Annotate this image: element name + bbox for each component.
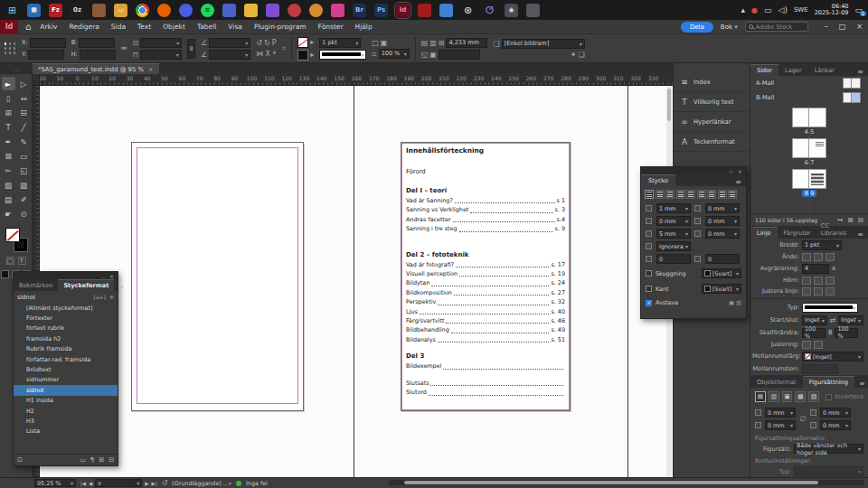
style-item[interactable]: Brödtext (14, 364, 118, 374)
fill-stroke-proxy[interactable] (5, 228, 27, 251)
rotate-cw-icon[interactable]: ↻ (264, 39, 270, 47)
wrap-jump-button[interactable]: ▦ (795, 391, 806, 402)
new-style-icon[interactable]: ⊞ (99, 456, 104, 464)
content-placer-tool[interactable]: ⊟ (17, 106, 31, 119)
auto-fit-icon[interactable]: ▣ (429, 51, 437, 59)
align-right-button[interactable] (665, 190, 675, 199)
tray-clock[interactable]: 06:40 2025-12-09 (815, 4, 849, 16)
minimize-button[interactable]: – (825, 23, 828, 31)
page-number-field[interactable]: 8 (95, 479, 142, 487)
tab-paragraph[interactable]: Stycke (641, 174, 675, 186)
taskbar-app-spotify[interactable]: ≋ (201, 4, 214, 17)
scale-start-field[interactable]: 100 % (802, 328, 826, 338)
spread-thumbnail-4-5[interactable] (792, 108, 826, 127)
scale-end-field[interactable]: 100 % (835, 328, 858, 338)
dropcap-chars-field[interactable]: 0 (705, 254, 740, 264)
master-b-row[interactable]: B-Mall (750, 90, 868, 105)
align-left-button[interactable] (645, 190, 654, 199)
style-item[interactable]: H1 insida (14, 396, 118, 406)
taskbar-app-acrobat[interactable] (418, 4, 431, 17)
space-after-field[interactable]: 0 mm (705, 229, 740, 239)
stock-search-input[interactable]: Adobe Stock (745, 22, 808, 32)
rotation-field[interactable] (209, 38, 250, 48)
style-item[interactable]: Rubrik framsida (14, 344, 118, 354)
styles-close-icon[interactable]: × (109, 273, 114, 279)
spread-thumbnail-6-7[interactable] (792, 138, 826, 158)
justify-left-button[interactable] (676, 190, 685, 199)
stroke-panel-menu-icon[interactable]: ≡ (853, 230, 868, 239)
wrap-offset-field[interactable]: 4,233 mm (446, 38, 487, 48)
preflight-profile-dropdown[interactable]: [Grundläggande] ... (172, 480, 231, 487)
wrap-none-icon[interactable]: ▤ (421, 39, 429, 47)
taskbar-app-windows-start[interactable]: ⊞ (5, 4, 19, 17)
home-icon[interactable]: ⌂ (25, 22, 31, 32)
gradient-tool[interactable]: ▧ (2, 178, 15, 192)
taskbar-app-app-yellow[interactable] (244, 4, 258, 17)
direct-selection-tool[interactable]: ▷ (17, 77, 31, 90)
panel-collapse-icon[interactable]: ‹‹ (729, 168, 733, 174)
dock-button-character-styles[interactable]: ATeckenformat (674, 132, 750, 152)
taskbar-app-photoshop[interactable]: Ps (374, 4, 388, 17)
join-miter-button[interactable] (802, 277, 811, 285)
stroke-color-swatch[interactable] (297, 37, 308, 48)
stroke-style-dropdown[interactable] (319, 50, 366, 60)
tab-links[interactable]: Länkar (808, 65, 841, 76)
rectangle-tool[interactable]: ▭ (17, 149, 31, 163)
swap-startend-icon[interactable]: ⇄ (830, 316, 836, 324)
menu-hjälp[interactable]: Hjälp (355, 23, 373, 31)
formatting-text-toggle[interactable]: T (18, 257, 26, 265)
fill-color-swatch[interactable] (297, 50, 308, 61)
taskbar-app-onedrive[interactable] (439, 4, 453, 17)
offset-bottom-field[interactable]: 0 mm (765, 420, 796, 430)
style-item[interactable]: H3 (14, 416, 118, 426)
stroke-type-dropdown[interactable] (802, 303, 858, 313)
border-swatch-dropdown[interactable]: [Svart] (702, 284, 741, 294)
tray-status-icon[interactable]: ● (751, 6, 758, 14)
x-field[interactable] (30, 38, 66, 48)
menu-objekt[interactable]: Objekt (163, 23, 185, 31)
tab-paragraph-styles[interactable]: Styckeformat (58, 279, 114, 291)
effects-icon[interactable]: ✦ (571, 51, 577, 59)
style-override-icon[interactable]: [a+] (94, 294, 106, 300)
justify-all-button[interactable] (707, 190, 716, 199)
fill-proxy-swatch[interactable] (5, 228, 20, 242)
notification-icon[interactable]: ▭1 (854, 5, 863, 14)
away-spine-button[interactable] (728, 190, 737, 199)
delete-spread-icon[interactable]: ⊟ (858, 216, 863, 224)
zoom-level-dropdown[interactable]: 95,25 % (34, 479, 76, 487)
tab-close-icon[interactable]: × (148, 66, 154, 73)
style-item[interactable]: framsida h2 (14, 333, 118, 343)
panel-extra-icons[interactable]: ▣ ▥ (729, 299, 741, 306)
y-field[interactable] (28, 50, 64, 60)
menu-tabell[interactable]: Tabell (197, 23, 216, 31)
restore-button[interactable]: □ (839, 23, 846, 31)
fill-flyout[interactable]: ▸ (310, 51, 314, 59)
align-outside-button[interactable] (826, 287, 835, 296)
tab-layers[interactable]: Lager (778, 65, 808, 76)
style-item[interactable]: sidnot (14, 385, 118, 395)
dropcap-lines-field[interactable]: 0 (656, 254, 691, 264)
object-style-dropdown[interactable]: [Enkel bildram] (502, 39, 585, 49)
adjust-dashes-button[interactable] (814, 341, 823, 349)
reference-point-proxy[interactable] (4, 42, 16, 55)
delete-style-icon[interactable]: ⊟ (108, 456, 114, 464)
prev-page-button[interactable]: ◀ (89, 481, 92, 486)
indent-left-field[interactable]: 1 mm (656, 203, 691, 213)
gradient-feather-tool[interactable]: ▨ (17, 178, 31, 192)
stroke-flyout[interactable]: ▸ (310, 38, 314, 46)
pencil-tool[interactable]: ✎ (17, 135, 31, 148)
dock-button-hyperlinks[interactable]: ∞Hyperlänkar (674, 112, 750, 132)
offset-link-icon[interactable]: ∅ (797, 415, 808, 423)
start-dropdown[interactable]: Inget (802, 315, 827, 325)
first-page-button[interactable]: |◀ (80, 481, 86, 486)
constrain-proportions-icon[interactable]: ⚮ (121, 44, 127, 52)
stroke-width-dropdown[interactable]: 1 pkt (802, 240, 842, 250)
height-field[interactable] (80, 50, 116, 60)
border-checkbox[interactable] (646, 286, 652, 292)
taskbar-app-app-0z[interactable]: 0z (71, 4, 84, 17)
tab-text-wrap[interactable]: Figursättning (803, 376, 854, 388)
taskbar-app-calculator[interactable]: ▦ (27, 4, 41, 17)
menu-fönster[interactable]: Fönster (318, 23, 344, 31)
last-page-button[interactable]: ▶| (152, 481, 157, 486)
share-button[interactable]: Dela (681, 22, 713, 33)
